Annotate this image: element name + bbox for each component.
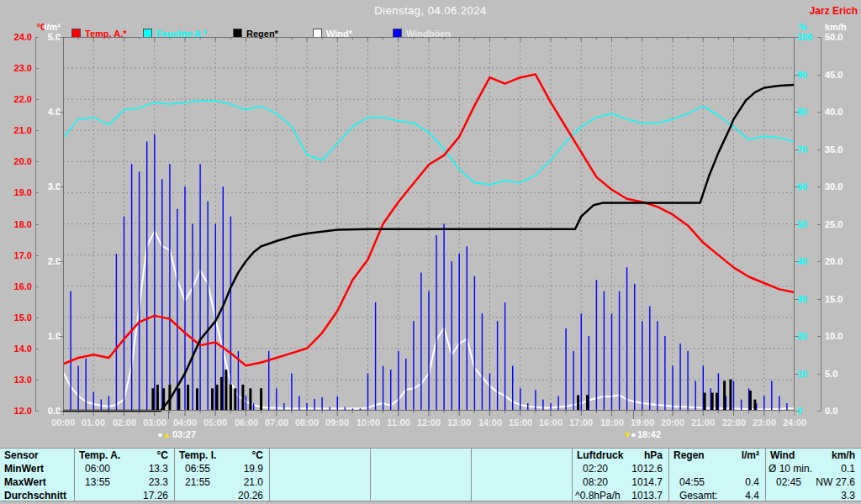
table-cell-row: 20.26 [175,489,269,502]
cell-time: 06:55 [185,462,210,475]
legend-item-feuchte-a-: Feuchte A.* [143,25,207,35]
wind-axis-tick [817,112,821,113]
temp-axis-tick-label: 19.0 [0,188,32,197]
cell-time: Ø 10 min. [769,462,812,475]
temp-axis-tick-label: 20.0 [0,157,32,166]
temp-axis-tick-label: 18.0 [0,220,32,229]
column-unit-label: °C [157,449,168,462]
humidity-axis-tick [795,299,799,300]
humidity-axis-tick-label: 50 [797,220,819,229]
column-header-label: Wind [770,449,795,462]
cell-value: 13.3 [149,462,168,475]
humidity-axis-tick [795,75,799,76]
table-cell-row: ^0.8hPa/h1013.7 [573,489,668,502]
temp-axis-tick-label: 13.0 [0,375,32,385]
table-cell-row [371,462,471,475]
wind-axis-tick [817,37,821,38]
temp-axis-tick-label: 17.0 [0,251,32,260]
temp-axis-tick [35,318,39,318]
cell-time: 06:00 [85,462,110,475]
cell-time: ^0.8hPa/h [575,489,621,502]
cell-time: 21:55 [185,475,210,489]
wind-axis-tick-label: 40.0 [825,108,850,117]
column-unit-label: km/h [832,449,855,462]
table-row-label: Sensor [0,449,74,462]
column-header-label: Temp. A. [79,449,120,462]
table-cell-row: 13:5523.3 [75,475,174,489]
rain-axis-tick-label: 2.0 [37,257,61,266]
temp-axis-tick-label: 15.0 [0,313,32,323]
cell-value: 17.26 [143,489,168,502]
column-unit-label: °C [252,449,263,462]
table-cell-row [472,462,572,475]
cell-value: 3.3 [841,489,855,502]
wind-axis-tick [817,374,821,375]
table-row-labels-column: SensorMinWertMaxWertDurchschnitt [0,449,74,501]
humidity-axis-tick-label: 70 [797,145,819,155]
wind-axis-tick-label: 30.0 [825,182,850,192]
wind-axis-tick [817,411,821,412]
cell-time: 04:55 [679,475,705,489]
table-cell-row: 02:201012.6 [573,462,668,475]
humidity-axis-tick-label: 0 [797,407,819,416]
table-column-temp-a-: Temp. A.°C06:0013.313:5523.317.26 [74,449,174,501]
table-cell-row [472,489,572,502]
table-cell-row: 3.3 [766,489,861,502]
table-column-header [472,449,572,462]
humidity-axis-tick-label: 10 [797,370,819,379]
table-cell-row [371,489,471,502]
sunrise-arrow-icon: ▲ [162,430,171,439]
table-cell-row: 06:5519.9 [175,462,269,475]
plot-area [63,37,795,419]
table-cell-row: 21:5521.0 [175,475,269,489]
cell-time: 02:20 [583,462,608,475]
humidity-axis-tick [795,261,799,262]
wind-axis-tick-label: 15.0 [825,295,850,304]
table-cell-row: Gesamt:4.4 [669,489,765,502]
table-cell-row: 06:0013.3 [75,462,174,475]
sun-marker-dot [158,433,162,437]
humidity-axis-tick [795,186,799,187]
cell-time: Gesamt: [679,489,717,502]
humidity-axis-tick-label: 80 [797,108,819,117]
humidity-axis-tick-label: 20 [797,332,819,341]
wind-axis-tick [817,150,821,150]
wind-axis-tick [817,224,821,225]
table-cell-row [270,475,370,489]
cell-value: 4.4 [745,489,759,502]
column-header-label: Temp. I. [179,449,216,462]
wind-axis-tick-label: 45.0 [825,71,850,80]
table-column-empty [269,449,370,501]
sun-marker-dot [631,433,636,437]
wind-axis-tick-label: 35.0 [825,145,850,155]
sunset-time: 18:42 [637,429,661,439]
temp-axis-tick [35,286,39,287]
humidity-axis-tick-label: 90 [797,71,819,80]
temp-axis-tick [35,349,39,349]
chart-canvas [63,37,795,419]
temp-axis-tick [35,192,39,193]
cell-value: NW 27.6 [816,475,855,489]
legend-item-windb-en: Windböen [393,25,451,35]
table-column-empty [471,449,572,501]
wind-axis-tick-label: 10.0 [825,332,850,341]
sunset-icon: ▼ [623,429,636,439]
cell-value: 23.3 [149,475,168,489]
cell-value: 19.9 [244,462,263,475]
cell-value: 0.4 [745,475,759,489]
temp-axis-tick [35,224,39,225]
table-cell-row [669,462,765,475]
cell-value: 0.1 [841,462,855,475]
column-header-label: Regen [673,449,705,462]
cell-time: 02:45 [776,475,801,489]
signature: Jarz Erich [810,5,858,17]
humidity-axis-tick [795,374,799,375]
rain-axis-tick-label: 1.0 [37,332,61,341]
temp-axis-tick [35,255,39,256]
legend: Temp. A.*Feuchte A.*Regen*Wind*Windböen [0,25,861,36]
legend-item-regen-: Regen* [233,25,278,35]
table-column-luftdruck: LuftdruckhPa02:201012.608:201014.7^0.8hP… [572,449,668,501]
humidity-axis-tick [795,112,799,113]
temp-axis-tick [35,130,39,131]
wind-axis-tick-label: 5.0 [825,370,850,379]
